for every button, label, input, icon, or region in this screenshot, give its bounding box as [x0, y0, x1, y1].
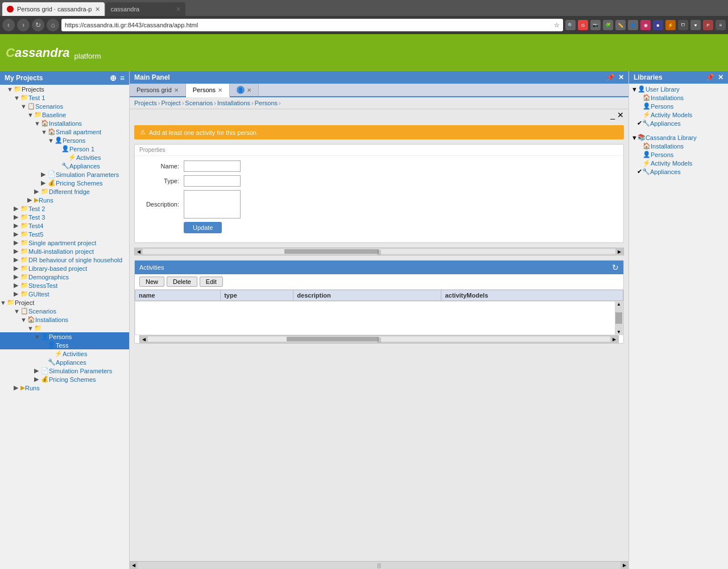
breadcrumb-scenarios[interactable]: Scenarios [185, 100, 213, 106]
person-icon[interactable]: 👤 [628, 20, 638, 30]
scrollbar-track[interactable]: ||| [143, 249, 615, 254]
tree-item-drbehav[interactable]: ▶ 📁 DR behaviour of single household [0, 255, 129, 264]
tree-item-test4[interactable]: ▶ 📁 Test4 [0, 221, 129, 230]
close-tab-persons-grid[interactable]: ✕ [174, 87, 179, 93]
forward-button[interactable]: › [17, 19, 30, 31]
breadcrumb-persons[interactable]: Persons [255, 100, 278, 106]
breadcrumb-project[interactable]: Project [161, 100, 180, 106]
lib-cassandra-activity-models[interactable]: ⚡ Activity Models [629, 159, 728, 167]
tree-item-runs1[interactable]: ▶ ▶ Runs [0, 196, 129, 204]
lib-cassandra-installations[interactable]: 🏠 Installations [629, 142, 728, 150]
tree-item-projects[interactable]: ▼ 📁 Projects [0, 85, 129, 93]
lib-user-appliances[interactable]: ✔ 🔧 Appliances [629, 119, 728, 127]
pin-icon[interactable]: P [703, 20, 713, 30]
tree-item-test5[interactable]: ▶ 📁 Test5 [0, 230, 129, 238]
close-tab-icon[interactable]: ✕ [95, 6, 100, 13]
name-input[interactable] [184, 160, 241, 172]
tree-item-differentfridge[interactable]: ▶ 📁 Different fridge [0, 187, 129, 196]
camera-icon[interactable]: 📷 [590, 20, 601, 30]
main-panel-pin-icon[interactable]: 📌 [606, 73, 615, 81]
ext-icon2[interactable]: ■ [653, 20, 663, 30]
tab-person-icon[interactable]: 👤 ✕ [230, 84, 259, 96]
browser-tab-inactive[interactable]: cassandra ✕ [106, 2, 185, 16]
bottom-scroll-left[interactable]: ◀ [130, 562, 138, 570]
tree-item-appliances-p[interactable]: 🔧 Appliances [0, 358, 129, 366]
lib-cassandra-persons[interactable]: 👤 Persons [629, 150, 728, 159]
properties-scrollbar[interactable]: ◀ ||| ▶ [134, 248, 624, 255]
tree-item-smallapt[interactable]: ▼ 🏠 Small apartment [0, 127, 129, 136]
tree-item-test2[interactable]: ▶ 📁 Test 2 [0, 204, 129, 213]
tree-item-appliances1[interactable]: 🔧 Appliances [0, 162, 129, 170]
lib-user-library[interactable]: ▼ 👤 User Library [629, 85, 728, 93]
type-input[interactable] [184, 175, 241, 187]
pen-icon[interactable]: ✏️ [615, 20, 626, 30]
edit-button[interactable]: Edit [200, 277, 223, 287]
scroll-right-icon[interactable]: ▶ [615, 248, 623, 255]
address-bar[interactable]: https://cassandra.iti.gr:8443/cassandra/… [61, 19, 563, 31]
tree-item-installations1[interactable]: ▼ 🏠 Installations [0, 119, 129, 127]
update-button[interactable]: Update [184, 222, 222, 233]
tree-item-libproject[interactable]: ▶ 📁 Library-based project [0, 264, 129, 273]
bottom-scroll-right[interactable]: ▶ [621, 562, 628, 570]
tree-item-scenarios1[interactable]: ▼ 📋 Scenarios [0, 102, 129, 110]
main-panel-close-icon[interactable]: ✕ [618, 73, 624, 81]
reload-button[interactable]: ↻ [32, 19, 44, 31]
close-tab-person-icon[interactable]: ✕ [247, 87, 251, 93]
tree-item-demographics[interactable]: ▶ 📁 Demographics [0, 273, 129, 281]
scrollbar-thumb[interactable] [284, 249, 379, 254]
act-scrollbar-track[interactable]: ||| [148, 337, 610, 341]
tree-item-person1[interactable]: 👤 Person 1 [0, 145, 129, 153]
minimize-icon[interactable]: _ [610, 110, 615, 119]
tree-item-installations-p[interactable]: ▼ 🏠 Installations [0, 315, 129, 324]
vert-scroll-down[interactable]: ▼ [617, 329, 621, 335]
tree-item-pricing1[interactable]: ▶ 💰 Pricing Schemes [0, 179, 129, 187]
lib-user-installations[interactable]: 🏠 Installations [629, 93, 728, 102]
tree-item-persons1[interactable]: ▼ 👤 Persons [0, 136, 129, 145]
delete-button[interactable]: Delete [167, 277, 197, 287]
activities-scrollbar[interactable]: ◀ ||| ▶ [139, 335, 619, 343]
act-scroll-right-icon[interactable]: ▶ [610, 335, 618, 343]
close-tab-persons[interactable]: ✕ [218, 87, 222, 93]
tree-item-project[interactable]: ▼ 📁 Project [0, 298, 129, 307]
account-icon[interactable]: G [578, 20, 588, 30]
lib-user-activity-models[interactable]: ⚡ Activity Models [629, 110, 728, 119]
lib-user-persons[interactable]: 👤 Persons [629, 102, 728, 110]
act-scrollbar-thumb[interactable] [287, 337, 379, 341]
tree-item-persons-p[interactable]: ▼ 👤 Persons [0, 332, 129, 341]
ext-icon4[interactable]: ⛉ [678, 20, 688, 30]
search-icon[interactable]: 🔍 [565, 20, 576, 30]
ext-icon3[interactable]: ⚡ [665, 20, 676, 30]
right-panel-close-icon[interactable]: ✕ [718, 73, 723, 81]
scroll-left-icon[interactable]: ◀ [135, 248, 143, 255]
right-panel-pin-icon[interactable]: 📌 [706, 73, 714, 81]
close-tab-icon-2[interactable]: ✕ [176, 6, 181, 13]
tree-item-guitest[interactable]: ▶ 📁 GUltest [0, 290, 129, 298]
puzzle-icon[interactable]: 🧩 [603, 20, 613, 30]
tree-item-test3[interactable]: ▶ 📁 Test 3 [0, 213, 129, 221]
tab-persons[interactable]: Persons ✕ [186, 84, 230, 97]
tree-item-unnamed-folder[interactable]: ▼ 📁 [0, 324, 129, 332]
breadcrumb-projects[interactable]: Projects [134, 100, 157, 106]
tree-item-baseline[interactable]: ▼ 📁 Baseline [0, 110, 129, 119]
tab-persons-grid[interactable]: Persons grid ✕ [130, 84, 186, 96]
tree-item-pricing-p[interactable]: ▶ 💰 Pricing Schemes [0, 375, 129, 384]
tree-item-tess[interactable]: 👤 Tess [0, 341, 129, 349]
heart-icon[interactable]: ♥ [690, 20, 701, 30]
refresh-icon[interactable]: ↻ [612, 263, 619, 272]
description-textarea[interactable] [184, 190, 241, 218]
tree-item-multiinst[interactable]: ▶ 📁 Multi-installation project [0, 247, 129, 255]
tree-item-runs-p[interactable]: ▶ ▶ Runs [0, 384, 129, 392]
tree-item-stresstest[interactable]: ▶ 📁 StressTest [0, 281, 129, 290]
tree-item-test1[interactable]: ▼ 📁 Test 1 [0, 93, 129, 102]
act-scroll-left-icon[interactable]: ◀ [140, 335, 148, 343]
browser-tab-active[interactable]: Persons grid · cassandra-p ✕ [2, 2, 105, 16]
new-button[interactable]: New [139, 277, 164, 287]
tree-item-singleapt[interactable]: ▶ 📁 Single apartment project [0, 238, 129, 247]
lib-cassandra-library[interactable]: ▼ 📚 Cassandra Library [629, 133, 728, 142]
tree-item-activities-p[interactable]: ⚡ Activities [0, 349, 129, 358]
menu-icon[interactable]: ≡ [715, 20, 726, 30]
star-icon[interactable]: ☆ [554, 22, 560, 29]
back-button[interactable]: ‹ [2, 19, 15, 31]
left-panel-menu-icon[interactable]: ≡ [120, 73, 125, 83]
tree-item-activities1[interactable]: ⚡ Activities [0, 153, 129, 162]
